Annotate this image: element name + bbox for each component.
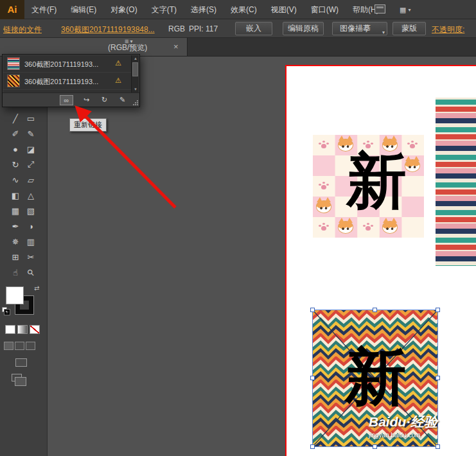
image-trace-button[interactable]: 图像描摹▾ [332,22,387,35]
link-thumbnail [7,57,20,70]
menu-view[interactable]: 视图(V) [264,0,304,19]
update-link-button[interactable]: ↻ [98,95,111,105]
image-trace-label: 图像描摹 [340,24,371,33]
slice-tool[interactable]: ✂ [23,249,39,265]
line-segment-tool[interactable]: ╱ [8,110,23,126]
menu-type[interactable]: 文字(T) [145,0,184,19]
cat-pattern-image[interactable]: 新 [313,135,424,238]
link-thumbnail [7,75,20,87]
links-panel-footer: ∞ ↪ ↻ ✎ [3,92,139,107]
mesh-tool[interactable]: ▦ [8,203,23,218]
pencil-tool[interactable]: ✎ [23,126,39,141]
hand-tool[interactable]: ☝ [8,265,23,280]
artboard: 新 [285,65,476,456]
artboard-tool[interactable]: ⊞ [8,249,23,265]
menu-select[interactable]: 选择(S) [184,0,224,19]
free-transform-tool[interactable]: ▱ [23,172,39,188]
none-button[interactable] [30,325,40,334]
selection-handle-bottom-right[interactable] [436,444,440,449]
selection-handle-top-left[interactable] [310,308,315,312]
selection-handle-middle-right[interactable] [436,376,440,380]
scrollbar-thumb[interactable] [132,62,138,76]
default-fill-stroke-icon[interactable] [2,307,11,316]
eraser-tool[interactable]: ◪ [23,141,39,157]
tools-panel: ╱ ▭ ✐ ✎ ● ◪ ↻ ⤢ ∿ ▱ ◧ △ ▦ ▧ ✒ ◑ ✵ ▥ ⊞ ✂ … [0,57,48,456]
panel-menu-button[interactable]: ≡ ▾ [125,37,132,45]
panel-menu-icon: ≡ [125,37,128,45]
rotate-tool[interactable]: ↻ [8,157,23,172]
menu-edit[interactable]: 编辑(E) [64,0,103,19]
column-graph-tool[interactable]: ▥ [23,234,39,249]
color-mode-label: RGB [168,24,185,33]
paw-print-icon [321,185,326,189]
magnifier-icon: ⚲ [25,267,36,277]
blend-tool[interactable]: ◑ [23,218,39,234]
stripe-pattern-image[interactable] [436,98,476,266]
gradient-button[interactable] [17,325,28,334]
selection-handle-middle-left[interactable] [310,376,315,380]
relink-button[interactable]: ∞ [60,95,73,105]
edit-original-button[interactable]: 编辑原稿 [283,22,324,35]
eyedropper-tool[interactable]: ✒ [8,218,23,234]
blob-brush-tool[interactable]: ● [8,141,23,157]
symbol-sprayer-tool[interactable]: ✵ [8,234,23,249]
selection-handle-top-center[interactable] [373,308,377,312]
go-to-link-button[interactable]: ↪ [80,95,93,105]
embed-button[interactable]: 嵌入 [235,22,272,35]
width-tool[interactable]: ∿ [8,172,23,188]
paw-print-icon [321,144,326,148]
scale-tool[interactable]: ⤢ [23,157,39,172]
linked-filename-link[interactable]: 360截图20171119193848... [61,24,155,35]
chevron-pattern-image[interactable]: 新 [313,310,437,446]
gradient-tool[interactable]: ▧ [23,203,39,218]
cat-face-icon [382,221,398,234]
workspace-icon[interactable] [375,4,385,13]
missing-link-warning-icon: ⚠ [115,76,121,85]
missing-link-warning-icon: ⚠ [115,59,121,67]
rectangle-tool[interactable]: ▭ [23,110,39,126]
selection-handle-bottom-left[interactable] [310,444,315,449]
link-item-row[interactable]: 360截图20171119193... ⚠ [3,73,139,90]
scroll-up-icon[interactable]: ▲ [132,57,139,60]
selection-handle-bottom-center[interactable] [373,444,377,449]
ppi-label: PPI: 117 [189,24,218,33]
paw-print-icon [410,144,415,148]
control-bar: 链接的文件 360截图20171119193848... RGB PPI: 11… [0,19,476,38]
opacity-label[interactable]: 不透明度: [432,24,464,35]
artwork-text-top[interactable]: 新 [346,150,407,211]
swap-fill-stroke-icon[interactable]: ⇄ [34,285,39,292]
shape-builder-tool[interactable]: ◧ [8,188,23,203]
linked-file-label[interactable]: 链接的文件 [3,24,42,35]
links-scrollbar[interactable]: ▲ ▼ [131,55,139,92]
draw-inside-button[interactable] [26,342,35,350]
perspective-grid-tool[interactable]: △ [23,188,39,203]
tab-close-button[interactable]: × [173,42,179,51]
edit-toolbar-icon[interactable] [12,374,22,381]
paintbrush-tool[interactable]: ✐ [8,126,23,141]
menu-effect[interactable]: 效果(C) [224,0,264,19]
caret-down-icon: ▾ [382,26,385,39]
screen-mode-button[interactable] [15,358,27,367]
paw-print-icon [321,226,326,231]
scroll-down-icon[interactable]: ▼ [132,87,139,91]
fill-color-swatch[interactable] [6,286,24,304]
menu-bar: Ai 文件(F) 编辑(E) 对象(O) 文字(T) 选择(S) 效果(C) 视… [0,0,476,19]
link-item-row[interactable]: 360截图20171119193... ⚠ [3,55,139,73]
caret-down-icon: ▾ [408,7,410,13]
menu-object[interactable]: 对象(O) [103,0,144,19]
draw-behind-button[interactable] [15,342,24,350]
mask-button[interactable]: 蒙版 [392,22,426,35]
canvas-area: 新 [48,57,476,456]
document-tab[interactable]: (RGB/预览) × [0,38,188,56]
menu-file[interactable]: 文件(F) [24,0,64,19]
arrange-documents-button[interactable]: ▦ ▾ [398,4,421,15]
menu-window[interactable]: 窗口(W) [304,0,346,19]
edit-original-icon-button[interactable]: ✎ [116,95,129,105]
color-button[interactable] [5,325,15,334]
link-filename: 360截图20171119193... [24,77,116,87]
zoom-tool[interactable]: ⚲ [23,265,39,280]
draw-normal-button[interactable] [4,342,13,350]
selection-handle-top-right[interactable] [436,308,440,312]
caret-down-icon: ▾ [130,39,132,44]
panel-resize-grip[interactable] [132,100,139,106]
